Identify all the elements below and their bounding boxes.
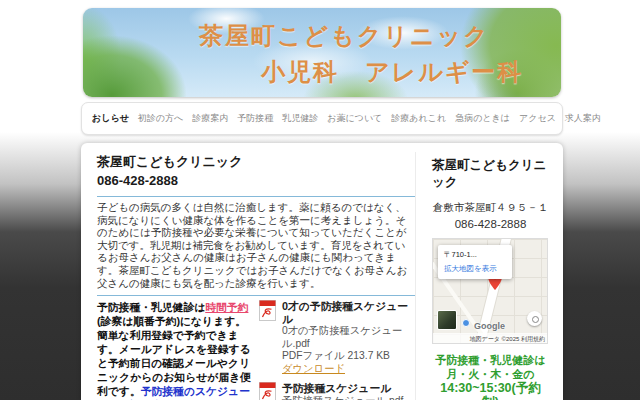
site-subtitle: 小児科 アレルギー科: [261, 56, 523, 88]
nav-item-infant-checkup[interactable]: 乳児健診: [282, 112, 318, 125]
main-content-box: 茶屋町こどもクリニック 086-428-2888 子どもの病気の多くは自然に治癒…: [81, 143, 563, 400]
map-attribution: 地図データ ©2025 利用規約: [433, 333, 547, 343]
pdf-file-icon: [259, 382, 276, 400]
pdf-title: 予防接種スケジュール: [282, 382, 403, 395]
main-nav: おしらせ 初診の方へ 診療案内 予防接種 乳児健診 お薬について 診療あれこれ …: [81, 102, 563, 135]
hours-line: 月・火・木・金の: [432, 367, 549, 381]
nav-item-access[interactable]: アクセス: [519, 112, 556, 125]
separator-line: [97, 295, 415, 296]
map-poi-dot-icon: [462, 319, 470, 327]
sidebar-clinic-name: 茶屋町こどもクリニック: [432, 157, 549, 191]
pdf-filename: 予防接種スケジュール.pdf: [282, 395, 403, 400]
nav-item-first-visit[interactable]: 初診の方へ: [138, 112, 183, 125]
page-background: 茶屋町こどもクリニック 小児科 アレルギー科 おしらせ 初診の方へ 診療案内 予…: [0, 0, 640, 400]
google-map-embed[interactable]: 〒710-1... 拡大地図を表示 Google 地図データ ©2025 利用規…: [432, 238, 548, 344]
map-popup-address: 〒710-1...: [444, 250, 506, 260]
content-column: 茶屋町こどもクリニック 小児科 アレルギー科 おしらせ 初診の方へ 診療案内 予…: [81, 0, 563, 400]
nav-item-vaccination[interactable]: 予防接種: [237, 112, 273, 125]
hours-line: 予防接種・乳児健診は: [432, 353, 549, 367]
map-enlarge-link[interactable]: 拡大地図を表示: [444, 264, 506, 274]
pdf-item: 0才の予防接種スケジュール 0才の予防接種スケジュール.pdf PDFファイル …: [259, 300, 415, 375]
site-title: 茶屋町こどもクリニック: [199, 20, 490, 52]
google-logo: Google: [474, 321, 505, 331]
map-info-popup: 〒710-1... 拡大地図を表示: [438, 245, 512, 279]
sidebar: 茶屋町こどもクリニック 倉敷市茶屋町４９５－１ 086-428-2888 〒71…: [415, 152, 549, 400]
vaccination-hours: 予防接種・乳児健診は 月・火・木・金の 14:30~15:30(予約制): [432, 353, 549, 400]
header-banner: 茶屋町こどもクリニック 小児科 アレルギー科: [83, 8, 561, 97]
pdf-item: 予防接種スケジュール 予防接種スケジュール.pdf PDFファイル 847.8 …: [259, 382, 415, 400]
intro-paragraph: 子どもの病気の多くは自然に治癒します。薬に頼るのではなく、病気になりにくい健康な…: [97, 201, 415, 289]
nav-item-services[interactable]: 診療案内: [192, 112, 228, 125]
clinic-name-heading: 茶屋町こどもクリニック 086-428-2888: [97, 152, 415, 190]
nav-item-medical-notes[interactable]: 診療あれこれ: [391, 112, 446, 125]
map-compass-control-icon[interactable]: [527, 311, 542, 326]
sidebar-phone: 086-428-2888: [432, 218, 549, 230]
pdf-meta: PDFファイル 213.7 KB: [282, 350, 415, 363]
pdf-file-icon: [259, 300, 276, 375]
clinic-phone: 086-428-2888: [97, 173, 178, 188]
pdf-download-list: 0才の予防接種スケジュール 0才の予防接種スケジュール.pdf PDFファイル …: [255, 300, 415, 400]
booking-block: 予防接種・乳児健診は時間予約(診察は順番予約)になります。簡単な利用登録で予約で…: [97, 300, 255, 400]
booking-and-downloads-row: 予防接種・乳児健診は時間予約(診察は順番予約)になります。簡単な利用登録で予約で…: [97, 300, 415, 400]
time-reservation-link[interactable]: 時間予約: [205, 301, 248, 313]
nav-item-news[interactable]: おしらせ: [92, 112, 129, 125]
separator-line: [97, 196, 415, 197]
nav-item-medicine[interactable]: お薬について: [327, 112, 382, 125]
pdf-item-texts: 0才の予防接種スケジュール 0才の予防接種スケジュール.pdf PDFファイル …: [282, 300, 415, 375]
download-link[interactable]: ダウンロード: [282, 363, 345, 374]
main-column: 茶屋町こどもクリニック 086-428-2888 子どもの病気の多くは自然に治癒…: [97, 152, 415, 400]
booking-text-lead: 予防接種・乳児健診は: [97, 301, 205, 313]
nav-item-emergency[interactable]: 急病のときは: [455, 112, 510, 125]
pdf-title: 0才の予防接種スケジュール: [282, 300, 415, 325]
pdf-item-texts: 予防接種スケジュール 予防接種スケジュール.pdf PDFファイル 847.8 …: [282, 382, 403, 400]
hours-line: 14:30~15:30(予約制): [432, 381, 549, 400]
pdf-filename: 0才の予防接種スケジュール.pdf: [282, 325, 415, 350]
street-view-thumbnail-icon[interactable]: [437, 310, 457, 330]
booking-text: 予防接種・乳児健診は時間予約(診察は順番予約)になります。簡単な利用登録で予約で…: [97, 300, 255, 400]
clinic-name: 茶屋町こどもクリニック: [97, 154, 242, 169]
sidebar-address: 倉敷市茶屋町４９５－１: [432, 201, 549, 215]
nav-item-recruit[interactable]: 求人案内: [565, 112, 601, 125]
